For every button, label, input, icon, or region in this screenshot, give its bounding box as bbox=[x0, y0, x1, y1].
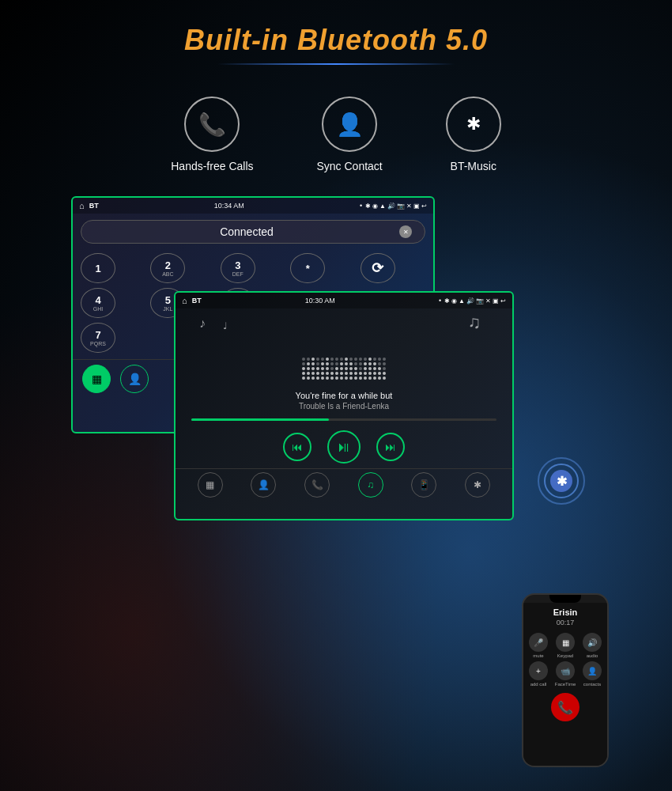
music-back-icon: ↩ bbox=[500, 297, 506, 305]
end-call-button[interactable]: 📞 bbox=[551, 693, 580, 721]
dialer-volume-icon: 🔊 bbox=[387, 202, 395, 210]
next-button[interactable]: ⏭ bbox=[376, 433, 405, 461]
dialer-signal-icon: ▲ bbox=[379, 202, 386, 210]
speaker-icon: 🔊 bbox=[583, 633, 602, 652]
music-volume-icon: 🔊 bbox=[466, 297, 474, 305]
main-title: Built-in Bluetooth 5.0 bbox=[0, 24, 672, 57]
features-row: 📞 Hands-free Calls 👤 Sync Contact ✱ BT-M… bbox=[0, 81, 672, 180]
screens-area: ⌂ BT 10:34 AM • ✱ ◉ ▲ 🔊 📷 ✕ ▣ ↩ Connecte… bbox=[71, 196, 561, 623]
music-visualizer: ♪ ♫ ♩ bbox=[176, 308, 512, 388]
bt-music-icon: ✱ bbox=[446, 97, 501, 152]
music-signal-icon: ▲ bbox=[459, 297, 465, 305]
progress-bar[interactable] bbox=[191, 418, 496, 421]
connected-clear-button[interactable]: ✕ bbox=[399, 225, 412, 238]
music-nav-bt[interactable]: ✱ bbox=[465, 472, 490, 498]
header-underline bbox=[217, 63, 455, 65]
music-screen: ⌂ BT 10:30 AM • ✱ ◉ ▲ 🔊 📷 ✕ ▣ ↩ ♪ ♫ bbox=[174, 291, 514, 520]
addcall-icon: + bbox=[529, 661, 548, 680]
bt-icon-container: ✱ bbox=[538, 457, 585, 505]
mute-icon: 🎤 bbox=[529, 633, 548, 652]
bt-music-label: BT-Music bbox=[451, 160, 496, 172]
music-bottom-nav: ▦ 👤 📞 ♫ 📱 ✱ bbox=[176, 468, 512, 501]
music-status-bar: ⌂ BT 10:30 AM • ✱ ◉ ▲ 🔊 📷 ✕ ▣ ↩ bbox=[176, 293, 512, 308]
dialer-window-icon: ▣ bbox=[413, 202, 420, 210]
song-info: You're fine for a while but Trouble Is a… bbox=[176, 388, 512, 414]
facetime-icon: 📹 bbox=[556, 661, 575, 680]
phone-facetime-btn[interactable]: 📹 FaceTime bbox=[553, 661, 577, 687]
music-x-icon: ✕ bbox=[485, 297, 491, 305]
contacts-label: contacts bbox=[583, 682, 601, 687]
feature-sync-contact: 👤 Sync Contact bbox=[317, 97, 383, 172]
mute-label: mute bbox=[533, 653, 543, 658]
music-nav-device[interactable]: 📱 bbox=[411, 472, 436, 498]
phone-mute-btn[interactable]: 🎤 mute bbox=[527, 633, 550, 658]
music-bt-label: BT bbox=[192, 297, 202, 305]
bt-float-area: ✱ bbox=[538, 457, 585, 505]
contacts-icon: 👤 bbox=[583, 661, 602, 680]
song-artist: Trouble Is a Friend-Lenka bbox=[176, 402, 512, 411]
dialer-nav-contacts[interactable]: 👤 bbox=[120, 365, 149, 393]
phone-action-grid: 🎤 mute ▦ Keypad 🔊 audio + add call 📹 bbox=[527, 633, 604, 687]
key-special[interactable]: ⟳ bbox=[361, 253, 395, 283]
sync-contact-icon: 👤 bbox=[322, 97, 377, 152]
prev-button[interactable]: ⏮ bbox=[283, 433, 311, 461]
dialer-location-icon: ◉ bbox=[372, 202, 378, 210]
header-section: Built-in Bluetooth 5.0 bbox=[0, 0, 672, 81]
speaker-label: audio bbox=[587, 653, 598, 658]
handsfree-label: Hands-free Calls bbox=[171, 160, 253, 172]
dialer-time: 10:34 AM bbox=[102, 202, 357, 210]
key-4[interactable]: 4GHI bbox=[81, 288, 115, 318]
music-nav-music[interactable]: ♫ bbox=[358, 472, 383, 498]
addcall-label: add call bbox=[530, 682, 547, 687]
music-home-icon: ⌂ bbox=[182, 296, 187, 305]
dialer-bluetooth-icon: ✱ bbox=[365, 202, 371, 210]
phone-addcall-btn[interactable]: + add call bbox=[527, 661, 550, 687]
dialer-bt-label: BT bbox=[89, 202, 99, 210]
music-status-icons: ✱ ◉ ▲ 🔊 📷 ✕ ▣ ↩ bbox=[444, 297, 506, 305]
feature-handsfree: 📞 Hands-free Calls bbox=[171, 97, 253, 172]
dialer-status-icons: ✱ ◉ ▲ 🔊 📷 ✕ ▣ ↩ bbox=[365, 202, 427, 210]
music-location-icon: ◉ bbox=[451, 297, 457, 305]
key-1[interactable]: 1 bbox=[81, 253, 115, 283]
music-nav-contacts[interactable]: 👤 bbox=[251, 472, 276, 498]
playback-controls: ⏮ ⏯ ⏭ bbox=[176, 426, 512, 468]
music-dot: • bbox=[439, 297, 441, 305]
key-3[interactable]: 3DEF bbox=[221, 253, 255, 283]
dialer-home-icon: ⌂ bbox=[79, 201, 85, 210]
key-7[interactable]: 7PQRS bbox=[81, 323, 115, 353]
phone-notch bbox=[549, 595, 581, 603]
keypad-label: Keypad bbox=[557, 653, 573, 658]
music-nav-phone[interactable]: 📞 bbox=[304, 472, 330, 498]
music-camera-icon: 📷 bbox=[476, 297, 484, 305]
call-duration: 00:17 bbox=[557, 619, 575, 626]
connected-bar: Connected ✕ bbox=[81, 220, 425, 244]
phone-speaker-btn[interactable]: 🔊 audio bbox=[580, 633, 604, 658]
dialer-back-icon: ↩ bbox=[421, 202, 427, 210]
bt-center-icon: ✱ bbox=[550, 470, 572, 492]
music-note-3: ♩ bbox=[223, 320, 228, 331]
music-note-1: ♪ bbox=[199, 316, 206, 331]
music-time: 10:30 AM bbox=[205, 297, 436, 305]
play-pause-button[interactable]: ⏯ bbox=[327, 430, 361, 464]
facetime-label: FaceTime bbox=[555, 682, 576, 687]
phone-call-screen: Erisin 00:17 🎤 mute ▦ Keypad 🔊 audio + a… bbox=[523, 603, 607, 766]
music-nav-home[interactable]: ▦ bbox=[198, 472, 223, 498]
feature-bt-music: ✱ BT-Music bbox=[446, 97, 501, 172]
phone-keypad-btn[interactable]: ▦ Keypad bbox=[553, 633, 577, 658]
music-bluetooth-icon: ✱ bbox=[444, 297, 450, 305]
dialer-camera-icon: 📷 bbox=[397, 202, 405, 210]
phone-contacts-btn[interactable]: 👤 contacts bbox=[580, 661, 604, 687]
phone-mockup: Erisin 00:17 🎤 mute ▦ Keypad 🔊 audio + a… bbox=[522, 593, 609, 767]
song-title: You're fine for a while but bbox=[176, 391, 512, 400]
progress-fill bbox=[191, 418, 329, 421]
dialer-status-bar: ⌂ BT 10:34 AM • ✱ ◉ ▲ 🔊 📷 ✕ ▣ ↩ bbox=[73, 198, 433, 214]
keypad-icon: ▦ bbox=[556, 633, 575, 652]
key-2[interactable]: 2ABC bbox=[150, 253, 185, 283]
music-note-2: ♫ bbox=[468, 312, 481, 333]
dialer-nav-keypad[interactable]: ▦ bbox=[82, 365, 111, 393]
key-star[interactable]: * bbox=[290, 253, 325, 283]
music-window-icon: ▣ bbox=[493, 297, 499, 305]
dialer-x-icon: ✕ bbox=[406, 202, 412, 210]
caller-name: Erisin bbox=[553, 607, 578, 617]
eq-visualization bbox=[302, 316, 386, 380]
